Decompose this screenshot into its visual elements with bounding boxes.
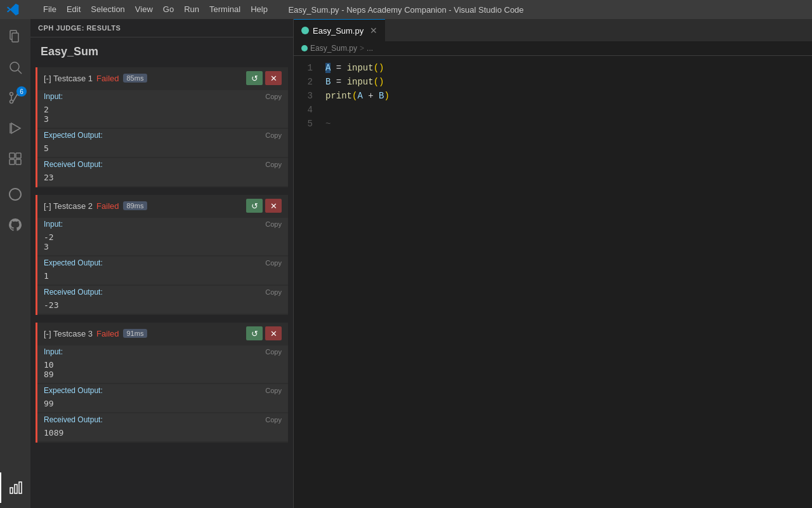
testcase-3-expected-value: 99 <box>37 397 288 412</box>
line-content-3: print(A + B) <box>325 89 812 103</box>
svg-rect-16 <box>19 482 22 493</box>
testcase-3-header: [-] Testcase 3 Failed 91ms ↺ ✕ <box>37 323 288 344</box>
tab-bar: Easy_Sum.py ✕ <box>294 19 812 41</box>
github-activity-icon[interactable] <box>0 210 30 240</box>
code-line-1: 1 A = input() <box>294 61 812 75</box>
titlebar: File Edit Selection View Go Run Terminal… <box>0 0 812 19</box>
testcase-1-status: Failed <box>96 74 119 83</box>
testcase-1-time: 85ms <box>123 74 148 83</box>
testcase-2-expected-block: Expected Output: Copy 1 <box>37 257 288 284</box>
line-number-2: 2 <box>294 75 325 89</box>
testcase-2-input-label: Input: <box>44 220 63 229</box>
source-control-badge: 6 <box>16 86 27 97</box>
testcase-3-received-block: Received Output: Copy 1089 <box>37 413 288 441</box>
line-number-5: 5 <box>294 117 325 131</box>
testcase-1-received-copy[interactable]: Copy <box>265 161 282 168</box>
testcase-3-expected-block: Expected Output: Copy 99 <box>37 384 288 412</box>
testcase-2-received-copy[interactable]: Copy <box>265 288 282 296</box>
testcase-2-actions: ↺ ✕ <box>246 199 282 213</box>
testcase-3-rerun-button[interactable]: ↺ <box>246 326 263 340</box>
testcase-2-input-value: -2 3 <box>37 231 288 255</box>
testcase-3-received-label: Received Output: <box>44 415 103 424</box>
tab-easy-sum[interactable]: Easy_Sum.py ✕ <box>294 19 385 41</box>
testcase-1-actions: ↺ ✕ <box>246 71 282 85</box>
testcase-2-expected-label: Expected Output: <box>44 258 103 267</box>
svg-rect-11 <box>16 153 21 158</box>
testcase-1-rerun-button[interactable]: ↺ <box>246 71 263 85</box>
code-line-4: 4 <box>294 103 812 117</box>
testcase-1-delete-button[interactable]: ✕ <box>265 71 282 85</box>
testcase-3-input-block: Input: Copy 10 89 <box>37 345 288 383</box>
breadcrumb-separator: > <box>360 44 364 53</box>
testcase-1-received-block: Received Output: Copy 23 <box>37 158 288 186</box>
code-line-3: 3 print(A + B) <box>294 89 812 103</box>
breadcrumb-file-icon <box>301 45 308 51</box>
code-editor[interactable]: 1 A = input() 2 B = input() 3 print(A + … <box>294 56 812 508</box>
testcase-3-expected-copy[interactable]: Copy <box>265 387 282 394</box>
testcase-3-status: Failed <box>96 329 119 338</box>
run-debug-activity-icon[interactable] <box>0 113 30 144</box>
testcase-2: [-] Testcase 2 Failed 89ms ↺ ✕ Input: Co… <box>36 195 288 315</box>
code-line-2: 2 B = input() <box>294 75 812 89</box>
docker-activity-icon[interactable] <box>0 179 30 210</box>
source-control-activity-icon[interactable]: 6 <box>0 83 30 113</box>
testcase-2-received-block: Received Output: Copy -23 <box>37 286 288 314</box>
testcase-3-input-copy[interactable]: Copy <box>265 348 282 356</box>
testcase-2-time: 89ms <box>123 201 148 210</box>
menu-file[interactable]: File <box>38 0 62 19</box>
menu-go[interactable]: Go <box>158 0 179 19</box>
search-activity-icon[interactable] <box>0 52 30 83</box>
line-content-5: ~ <box>325 117 812 131</box>
explorer-activity-icon[interactable] <box>0 22 30 52</box>
svg-rect-12 <box>10 159 15 164</box>
tab-close-button[interactable]: ✕ <box>370 25 377 36</box>
testcase-1-expected-copy[interactable]: Copy <box>265 131 282 139</box>
testcase-3-actions: ↺ ✕ <box>246 326 282 340</box>
menu-run[interactable]: Run <box>179 0 204 19</box>
activity-bar: 6 <box>0 19 30 508</box>
testcase-2-expected-value: 1 <box>37 269 288 284</box>
svg-rect-14 <box>10 488 13 493</box>
menu-bar[interactable]: File Edit Selection View Go Run Terminal… <box>38 0 273 19</box>
python-file-icon <box>301 27 309 34</box>
testcase-1-input-block: Input: Copy 2 3 <box>37 90 288 128</box>
cph-panel: CPH JUDGE: RESULTS Easy_Sum [-] Testcase… <box>30 19 294 508</box>
tab-filename: Easy_Sum.py <box>313 26 363 36</box>
line-content-1: A = input() <box>325 61 812 75</box>
extensions-activity-icon[interactable] <box>0 144 30 174</box>
testcase-1-input-copy[interactable]: Copy <box>265 93 282 100</box>
testcase-2-status: Failed <box>96 201 119 211</box>
cph-header: CPH JUDGE: RESULTS <box>30 19 293 37</box>
testcase-2-delete-button[interactable]: ✕ <box>265 199 282 213</box>
testcase-2-expected-copy[interactable]: Copy <box>265 259 282 267</box>
menu-edit[interactable]: Edit <box>62 0 86 19</box>
svg-marker-8 <box>11 123 20 133</box>
menu-terminal[interactable]: Terminal <box>204 0 246 19</box>
testcase-1-received-value: 23 <box>37 171 288 186</box>
chart-activity-icon[interactable] <box>0 472 30 503</box>
line-number-3: 3 <box>294 89 325 103</box>
editor-area: Easy_Sum.py ✕ Easy_Sum.py > ... 1 A = in… <box>294 19 812 508</box>
menu-view[interactable]: View <box>130 0 158 19</box>
testcase-3-received-copy[interactable]: Copy <box>265 416 282 424</box>
breadcrumb-dots: ... <box>367 44 373 53</box>
testcase-1: [-] Testcase 1 Failed 85ms ↺ ✕ Input: Co… <box>36 67 288 187</box>
testcase-1-header: [-] Testcase 1 Failed 85ms ↺ ✕ <box>37 67 288 89</box>
svg-point-4 <box>10 93 13 96</box>
testcase-1-expected-block: Expected Output: Copy 5 <box>37 129 288 157</box>
testcase-2-input-copy[interactable]: Copy <box>265 220 282 228</box>
testcase-2-received-label: Received Output: <box>44 288 103 297</box>
testcase-2-rerun-button[interactable]: ↺ <box>246 199 263 213</box>
svg-rect-1 <box>12 33 18 42</box>
testcase-1-label: [-] Testcase 1 <box>44 74 93 83</box>
line-number-1: 1 <box>294 61 325 75</box>
testcase-3-input-label: Input: <box>44 347 63 356</box>
svg-point-2 <box>10 62 19 71</box>
svg-rect-13 <box>16 159 21 164</box>
testcase-3-received-value: 1089 <box>37 426 288 441</box>
testcase-3-delete-button[interactable]: ✕ <box>265 326 282 340</box>
testcase-2-header: [-] Testcase 2 Failed 89ms ↺ ✕ <box>37 195 288 217</box>
menu-selection[interactable]: Selection <box>86 0 129 19</box>
menu-help[interactable]: Help <box>246 0 273 19</box>
testcase-3-expected-label: Expected Output: <box>44 386 103 395</box>
